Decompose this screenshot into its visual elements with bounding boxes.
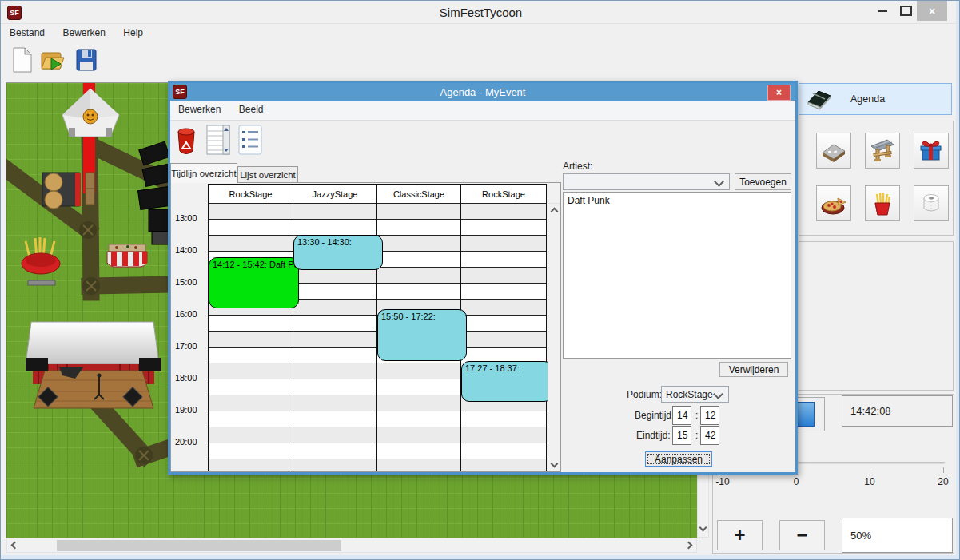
map-horizontal-scrollbar[interactable] — [6, 538, 697, 553]
scroll-right-icon[interactable] — [685, 542, 693, 550]
item-gift-button[interactable] — [914, 133, 949, 169]
tab-label: Lijst overzicht — [240, 170, 296, 180]
start-hour-input[interactable]: 14 — [672, 406, 691, 425]
list-view-button[interactable] — [236, 123, 265, 157]
window-right-border — [956, 1, 960, 560]
title-bar: SF SimFestTycoon × — [1, 1, 960, 23]
burger-stand — [42, 173, 94, 209]
item-fries-button[interactable] — [865, 185, 900, 221]
scroll-down-icon[interactable] — [699, 524, 707, 532]
close-icon: × — [929, 5, 935, 18]
apply-button[interactable]: Aanpassen — [645, 451, 712, 467]
delete-event-button[interactable] — [172, 125, 201, 158]
striped-stand — [107, 244, 147, 267]
agenda-book-icon — [806, 87, 833, 111]
dialog-menu-bewerken[interactable]: Bewerken — [171, 101, 228, 118]
new-file-icon — [12, 47, 33, 73]
podium-combo-value: RockStage — [666, 389, 713, 400]
slider-tick — [943, 467, 944, 473]
zoom-out-button[interactable]: − — [779, 520, 825, 550]
start-hour-value: 14 — [677, 410, 687, 421]
artist-list[interactable]: Daft Punk — [563, 192, 791, 359]
menu-bestand[interactable]: Bestand — [2, 24, 52, 42]
stage-column-header: JazzyStage — [293, 185, 376, 203]
open-file-button[interactable] — [39, 45, 66, 75]
pizza-icon — [820, 190, 847, 217]
dialog-logo-icon: SF — [173, 85, 187, 99]
main-stage — [26, 322, 161, 408]
stage-column-header: RockStage — [460, 185, 547, 203]
schedule-event[interactable]: 15:50 - 17:22: — [377, 309, 467, 361]
delete-trash-icon — [177, 127, 196, 156]
chevron-down-icon — [714, 177, 724, 187]
dialog-toolbar — [170, 121, 795, 161]
time-separator: : — [695, 430, 698, 441]
artist-combo[interactable] — [563, 173, 730, 190]
start-minute-input[interactable]: 12 — [700, 406, 719, 425]
start-time-label: Begintijd: — [635, 410, 674, 421]
scroll-left-icon[interactable] — [11, 542, 19, 550]
end-minute-input[interactable]: 42 — [700, 426, 719, 445]
dialog-title-bar[interactable]: SF Agenda - MyEvent × — [170, 83, 795, 101]
schedule-grid[interactable]: 14:12 - 15:42: Daft Punk13:30 - 14:30:15… — [208, 203, 547, 471]
stage-structure-icon — [869, 137, 896, 165]
dialog-menu-beeld[interactable]: Beeld — [232, 101, 271, 118]
add-artist-button[interactable]: Toevoegen — [735, 173, 791, 190]
slider-tick-label: 0 — [784, 476, 808, 487]
menu-help[interactable]: Help — [116, 24, 150, 42]
toilet-paper-icon — [918, 190, 945, 217]
schedule-event[interactable]: 13:30 - 14:30: — [293, 235, 383, 270]
tab-tijdlijn-overzicht[interactable]: Tijdlijn overzicht — [170, 163, 237, 183]
scroll-down-icon[interactable] — [551, 460, 559, 468]
end-time-label: Eindtijd: — [636, 430, 671, 441]
podium-label: Podium: — [627, 389, 662, 400]
timeline-view-button[interactable] — [204, 123, 233, 157]
list-view-icon — [238, 125, 262, 155]
end-minute-value: 42 — [705, 430, 715, 441]
timeline-view-icon — [206, 125, 230, 155]
scroll-up-icon[interactable] — [551, 208, 559, 216]
item-stage-structure-button[interactable] — [865, 133, 900, 169]
tab-lijst-overzicht[interactable]: Lijst overzicht — [237, 166, 298, 183]
item-toilet-paper-button[interactable] — [914, 185, 949, 221]
stage-column-header: RockStage — [208, 185, 293, 203]
item-road-tile-button[interactable] — [816, 133, 851, 169]
zoom-level-field[interactable]: 50% — [842, 518, 953, 553]
time-label: 13:00 — [175, 213, 197, 223]
item-pizza-button[interactable] — [816, 185, 851, 221]
end-hour-input[interactable]: 15 — [672, 426, 691, 445]
road-tile-icon — [820, 137, 847, 165]
plus-icon: + — [734, 524, 745, 546]
close-button[interactable]: × — [917, 1, 947, 21]
zoom-in-button[interactable]: + — [717, 520, 763, 550]
menu-bewerken[interactable]: Bewerken — [56, 24, 113, 42]
save-file-button[interactable] — [73, 45, 100, 75]
clock-value: 14:42:08 — [850, 405, 891, 417]
tab-label: Tijdlijn overzicht — [171, 169, 236, 178]
schedule-event[interactable]: 14:12 - 15:42: Daft Punk — [209, 257, 299, 308]
grid-vertical-scrollbar[interactable] — [548, 203, 560, 471]
grid-column-line — [208, 203, 209, 471]
agenda-button[interactable]: Agenda — [799, 83, 952, 115]
maximize-button[interactable] — [895, 1, 916, 21]
fries-icon — [869, 190, 896, 217]
slider-tick — [870, 467, 870, 473]
schedule-event[interactable]: 17:27 - 18:37: — [461, 361, 552, 402]
artist-list-item[interactable]: Daft Punk — [564, 193, 791, 209]
remove-artist-label: Verwijderen — [729, 364, 779, 375]
time-label: 18:00 — [175, 373, 197, 383]
scrollbar-thumb[interactable] — [57, 540, 341, 551]
save-file-icon — [75, 48, 98, 72]
minimize-button[interactable] — [872, 1, 893, 21]
open-file-icon — [40, 47, 66, 73]
stage-column-header: ClassicStage — [376, 185, 460, 203]
start-minute-value: 12 — [705, 410, 715, 421]
gift-icon — [918, 137, 945, 165]
dialog-close-button[interactable]: × — [767, 85, 791, 101]
agenda-dialog: SF Agenda - MyEvent × Bewerken Beeld — [168, 81, 798, 475]
new-file-button[interactable] — [9, 45, 36, 75]
minus-icon: − — [796, 524, 807, 546]
time-label: 19:00 — [175, 405, 197, 415]
podium-combo[interactable]: RockStage — [661, 386, 729, 403]
remove-artist-button[interactable]: Verwijderen — [719, 362, 788, 377]
